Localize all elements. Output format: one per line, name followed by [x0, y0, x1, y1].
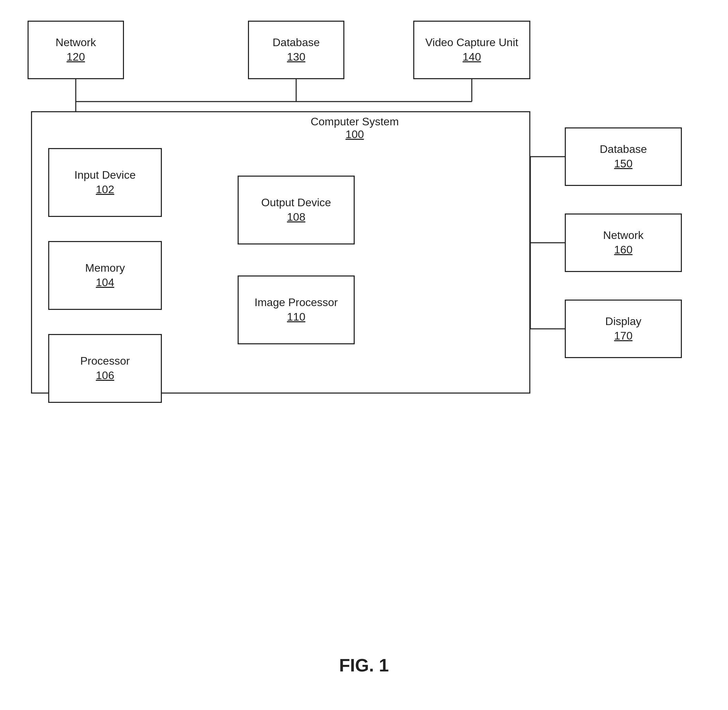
memory-104-box: Memory 104 [48, 241, 162, 310]
processor-106-label: Processor [80, 354, 130, 368]
image-processor-110-box: Image Processor 110 [238, 276, 355, 344]
output-device-108-num: 108 [287, 210, 305, 224]
database-150-label: Database [600, 142, 647, 157]
output-device-108-box: Output Device 108 [238, 176, 355, 245]
diagram: Network 120 Database 130 Video Capture U… [0, 0, 728, 710]
display-170-num: 170 [614, 329, 632, 343]
network-160-label: Network [603, 228, 643, 243]
image-processor-110-label: Image Processor [254, 295, 338, 310]
image-processor-110-num: 110 [287, 310, 305, 324]
database-130-num: 130 [287, 50, 305, 65]
display-170-box: Display 170 [565, 299, 682, 358]
network-160-box: Network 160 [565, 213, 682, 272]
memory-104-label: Memory [85, 261, 125, 276]
video-capture-140-num: 140 [462, 50, 481, 65]
network-120-label: Network [56, 35, 96, 50]
database-150-num: 150 [614, 157, 632, 171]
memory-104-num: 104 [96, 276, 114, 290]
video-capture-140-label: Video Capture Unit [425, 35, 518, 50]
input-device-102-box: Input Device 102 [48, 148, 162, 217]
display-170-label: Display [605, 314, 641, 329]
computer-system-num: 100 [345, 128, 364, 141]
figure-label: FIG. 1 [0, 655, 728, 676]
network-120-num: 120 [66, 50, 85, 65]
input-device-102-label: Input Device [74, 168, 136, 182]
computer-system-label: Computer System 100 [303, 115, 407, 141]
database-130-label: Database [273, 35, 320, 50]
network-120-box: Network 120 [28, 21, 124, 79]
video-capture-140-box: Video Capture Unit 140 [413, 21, 530, 79]
input-device-102-num: 102 [96, 182, 114, 197]
database-130-box: Database 130 [248, 21, 344, 79]
processor-106-box: Processor 106 [48, 334, 162, 403]
processor-106-num: 106 [96, 368, 114, 383]
database-150-box: Database 150 [565, 128, 682, 186]
output-device-108-label: Output Device [261, 195, 331, 210]
network-160-num: 160 [614, 243, 632, 257]
